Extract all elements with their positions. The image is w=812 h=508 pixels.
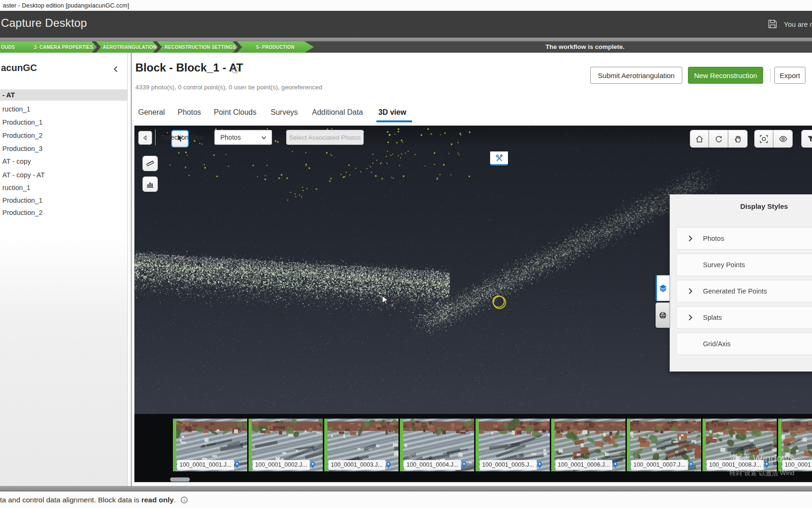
chevron-down-icon <box>260 134 267 141</box>
home-view-button[interactable] <box>690 130 709 148</box>
thumbnail-label: 100_0001_0007.J... <box>631 460 688 470</box>
photo-thumbnail[interactable]: 100_0001_0002.J... <box>249 419 323 471</box>
thumbnail-label: 100_0001_0008.J... <box>707 460 764 470</box>
panel-splitter[interactable] <box>131 53 132 486</box>
photo-thumbnail[interactable]: 100_0001_0005.J... <box>476 419 550 471</box>
arrow-left-icon <box>141 134 149 142</box>
geo-pin-icon[interactable] <box>233 461 241 469</box>
photo-thumbnail[interactable]: 100_0001_0003.J... <box>324 419 398 471</box>
thumbnail-label: 100_0001_0006.J... <box>555 460 612 470</box>
geo-pin-icon[interactable] <box>611 461 619 469</box>
measure-tool-button[interactable] <box>142 156 158 171</box>
globe-panel-tab[interactable] <box>656 302 670 328</box>
select-associated-photos-button[interactable]: Select Associated Photos <box>286 130 364 145</box>
workflow-step-aerotriangulation[interactable]: 3- AEROTRIANGULATION <box>96 41 158 53</box>
photo-thumbnail[interactable]: 100_0001 <box>778 419 812 471</box>
statistics-tool-button[interactable] <box>142 176 158 192</box>
photo-thumbnail[interactable]: 100_0001_0001.J... <box>173 419 247 471</box>
geo-pin-icon[interactable] <box>536 461 544 469</box>
zoom-target-button[interactable] <box>754 130 773 148</box>
display-style-row-photos[interactable]: Photos <box>676 227 812 250</box>
photo-thumbnail[interactable]: 100_0001_0004.J... <box>400 419 474 471</box>
sidebar-item-reconstruction-1[interactable]: ruction_1 <box>0 103 128 115</box>
photo-thumbnail[interactable]: 100_0001_0008.J... <box>703 419 777 471</box>
orbit-rotate-button[interactable] <box>709 130 728 148</box>
workflow-step-camera-properties[interactable]: 2- CAMERA PROPERTIES <box>30 41 97 53</box>
sidebar-item-production-2b[interactable]: Production_2 <box>0 207 128 218</box>
sidebar-item-at-copy-at[interactable]: AT - copy - AT <box>0 169 128 181</box>
submit-aerotriangulation-button[interactable]: Submit Aerotriangulation <box>590 67 682 84</box>
geo-pin-icon[interactable] <box>309 461 317 469</box>
status-suffix: . <box>174 496 176 504</box>
filmstrip-scrollbar[interactable] <box>170 477 190 482</box>
sidebar-item-at-copy[interactable]: AT - copy <box>0 156 128 167</box>
selection-filter-dropdown[interactable]: Photos <box>214 130 272 145</box>
tab-3d-view[interactable]: 3D view <box>378 106 406 119</box>
thumbnail-label: 100_0001_0001.J... <box>177 460 234 470</box>
window-title: aster - Desktop edition [pudangxiacunGC.… <box>3 2 129 9</box>
pan-hand-icon <box>734 135 742 143</box>
workflow-step-reconstruction-settings[interactable]: 4- RECONSTRUCTION SETTINGS <box>157 41 238 53</box>
chevron-right-icon[interactable] <box>686 234 695 243</box>
workflow-status: The workflow is complete. <box>517 41 653 53</box>
thumbnail-status-bar <box>324 419 328 471</box>
tab-additional-data[interactable]: Additional Data <box>312 106 363 119</box>
sidebar-item-production-2[interactable]: Production_2 <box>0 130 128 141</box>
layers-panel-tab[interactable] <box>656 275 670 301</box>
tab-photos[interactable]: Photos <box>178 106 201 119</box>
app-header: Capture Desktop You are n <box>0 11 812 38</box>
sidebar-item-production-3[interactable]: Production_3 <box>0 143 128 154</box>
info-icon[interactable] <box>231 66 239 74</box>
geo-pin-icon[interactable] <box>763 461 771 469</box>
display-style-row-generated-tie-points[interactable]: Generated Tie Points <box>676 280 812 302</box>
tab-surveys[interactable]: Surveys <box>271 106 298 119</box>
window-titlebar: aster - Desktop edition [pudangxiacunGC.… <box>0 0 812 11</box>
display-style-row-survey-points[interactable]: Survey Points <box>676 254 812 276</box>
new-reconstruction-button[interactable]: New Reconstruction <box>688 67 763 84</box>
sidebar-item-production-1b[interactable]: Production_1 <box>0 195 128 206</box>
thumbnail-status-bar <box>627 419 630 471</box>
selection-filter-value: Photos <box>215 134 260 141</box>
display-style-label: Splats <box>703 314 722 321</box>
pan-button[interactable] <box>728 130 748 148</box>
thumbnail-status-bar <box>778 419 781 471</box>
filter-button[interactable] <box>801 130 812 148</box>
workflow-bar: OUDS 2- CAMERA PROPERTIES 3- AEROTRIANGU… <box>0 41 812 53</box>
thumbnail-status-bar <box>173 419 176 471</box>
geo-pin-icon[interactable] <box>384 461 392 469</box>
active-tool-tab[interactable] <box>490 151 508 166</box>
photo-thumbnail[interactable]: 100_0001_0007.J... <box>627 419 701 471</box>
sidebar-item-block-at[interactable]: - AT <box>0 89 128 101</box>
project-title: acunGC <box>0 63 37 73</box>
workflow-step-production[interactable]: 5- PRODUCTION <box>237 41 314 53</box>
status-text: ta and control data alignment. Block dat… <box>0 496 141 504</box>
info-icon[interactable] <box>180 496 188 504</box>
display-styles-panel: Display Styles Photos Survey Points Gene… <box>670 194 812 372</box>
selection-back-button[interactable] <box>138 131 152 145</box>
tab-point-clouds[interactable]: Point Clouds <box>214 106 257 119</box>
display-style-row-splats[interactable]: Splats <box>676 306 812 329</box>
visibility-button[interactable] <box>773 130 793 148</box>
zoom-target-icon <box>759 135 768 143</box>
thumbnail-status-bar <box>476 419 479 471</box>
display-style-row-grid-axis[interactable]: Grid/Axis <box>676 333 812 355</box>
geo-pin-icon[interactable] <box>460 461 468 469</box>
thumbnail-label: 100_0001 <box>782 460 812 470</box>
navigation-toolbar-group-2 <box>754 130 793 148</box>
sidebar-item-reconstruction-1b[interactable]: ruction_1 <box>0 182 128 193</box>
photo-thumbnail[interactable]: 100_0001_0006.J... <box>551 419 625 471</box>
sidebar-collapse-chevron-icon[interactable] <box>112 65 120 73</box>
navigation-toolbar-group-1 <box>690 130 748 148</box>
block-summary: 4339 photo(s), 0 control point(s), 0 use… <box>135 84 322 91</box>
session-status-text: You are n <box>784 20 812 28</box>
highlight-circle <box>493 296 506 309</box>
chevron-right-icon[interactable] <box>686 313 695 322</box>
save-floppy-icon[interactable] <box>767 19 778 29</box>
chevron-right-icon[interactable] <box>686 287 695 295</box>
tab-general[interactable]: General <box>138 106 165 119</box>
navigation-toolbar-group-3 <box>801 130 812 148</box>
visibility-eye-icon <box>779 135 788 143</box>
sidebar-item-production-1[interactable]: Production_1 <box>0 117 128 128</box>
geo-pin-icon[interactable] <box>687 461 695 469</box>
export-button[interactable]: Export <box>774 67 805 84</box>
